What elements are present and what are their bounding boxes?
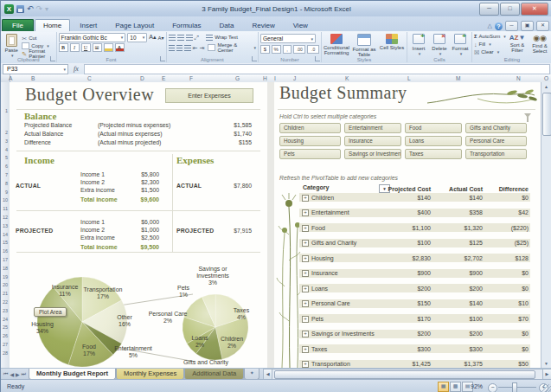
cut-button[interactable]: ✂Cut: [22, 35, 54, 42]
ribbon-tab[interactable]: File: [2, 19, 34, 31]
column-header[interactable]: F: [189, 74, 193, 82]
column-header[interactable]: C: [87, 74, 92, 82]
expand-icon[interactable]: +: [302, 270, 309, 277]
row-header[interactable]: 3: [5, 138, 8, 144]
workbook-close-icon[interactable]: ✕: [536, 21, 549, 31]
row-header[interactable]: 6: [5, 164, 8, 169]
currency-format-button[interactable]: $: [260, 45, 270, 54]
wrap-text-button[interactable]: Wrap Text: [206, 35, 238, 41]
slicer-button[interactable]: Housing: [279, 136, 341, 146]
cell-styles-button[interactable]: Cell Styles: [379, 33, 405, 57]
row-header[interactable]: 26: [3, 333, 8, 338]
normal-view-icon[interactable]: ▦: [438, 382, 449, 392]
row-header[interactable]: 12: [3, 215, 8, 220]
expand-icon[interactable]: +: [302, 225, 309, 232]
minimize-ribbon-icon[interactable]: △: [488, 22, 492, 29]
comma-format-button[interactable]: ,: [283, 45, 292, 54]
font-color-icon[interactable]: A: [115, 43, 125, 52]
ribbon-tab[interactable]: Page Layout: [106, 19, 163, 31]
row-header[interactable]: 19: [3, 274, 8, 280]
slicer-button[interactable]: Pets: [279, 149, 341, 159]
expand-icon[interactable]: +: [302, 331, 309, 337]
shrink-font-icon[interactable]: A▾: [158, 35, 164, 41]
undo-icon[interactable]: ↶: [27, 4, 34, 13]
font-size-select[interactable]: 10▾: [127, 33, 147, 42]
slicer-button[interactable]: Insurance: [344, 136, 401, 146]
row-header[interactable]: 23: [3, 308, 8, 313]
expand-icon[interactable]: +: [302, 209, 309, 216]
save-icon[interactable]: [16, 5, 24, 13]
find-select-button[interactable]: ◉◉ Find & Select: [529, 33, 550, 55]
insert-cells-button[interactable]: Insert▾: [409, 33, 428, 56]
row-header[interactable]: 2: [5, 130, 8, 135]
column-header[interactable]: M: [456, 74, 460, 82]
dialog-launcher-icon[interactable]: [252, 56, 257, 61]
row-header[interactable]: 9: [5, 190, 8, 195]
row-header[interactable]: 11: [3, 206, 8, 211]
align-bottom-icon[interactable]: [186, 35, 193, 41]
pivot-row[interactable]: + Gifts and Charity $100 $125 ($25): [299, 239, 530, 247]
workbook-minimize-icon[interactable]: ─: [505, 21, 518, 31]
resize-grip[interactable]: [542, 384, 551, 392]
pivot-row[interactable]: + Loans $200 $200 $0: [299, 284, 530, 292]
pivot-row[interactable]: + Entertainment $400 $358 $42: [299, 209, 530, 217]
qat-dropdown-icon[interactable]: ▾: [45, 5, 48, 13]
align-left-icon[interactable]: [169, 45, 175, 51]
help-icon[interactable]: ?: [495, 22, 503, 30]
expenses-pie-chart[interactable]: Transportation17%Other16%Entertainment5%…: [10, 254, 267, 368]
next-sheet-icon[interactable]: ▶: [16, 371, 20, 377]
column-header[interactable]: H: [263, 74, 267, 82]
row-header[interactable]: 8: [5, 181, 8, 186]
ribbon-tab[interactable]: Insert: [71, 19, 106, 31]
row-header[interactable]: 10: [3, 197, 8, 202]
italic-button[interactable]: I: [70, 43, 80, 52]
format-as-table-button[interactable]: Format as Table: [351, 33, 377, 57]
expand-icon[interactable]: +: [302, 316, 309, 323]
dialog-launcher-icon[interactable]: [315, 56, 320, 61]
slicer-button[interactable]: Personal Care: [465, 136, 527, 146]
row-header[interactable]: 5: [5, 155, 8, 160]
grow-font-icon[interactable]: A▴: [149, 34, 156, 41]
fx-icon[interactable]: fx: [74, 65, 79, 73]
vertical-scrollbar[interactable]: ▲ ▼: [541, 82, 551, 368]
expand-icon[interactable]: +: [302, 346, 309, 353]
slicer-button[interactable]: Taxes: [405, 149, 462, 159]
clear-filter-icon[interactable]: [524, 113, 531, 118]
pivot-row[interactable]: + Transportation $1,425 $1,375 $50: [299, 360, 530, 369]
minimize-button[interactable]: ─: [479, 3, 499, 16]
row-header[interactable]: 4: [5, 147, 8, 152]
sort-filter-button[interactable]: AZ▼ Sort & Filter: [507, 33, 528, 55]
expand-icon[interactable]: +: [302, 240, 309, 247]
column-header[interactable]: G: [235, 74, 240, 82]
column-header[interactable]: L: [407, 74, 411, 82]
row-header[interactable]: 24: [3, 317, 8, 322]
column-header[interactable]: A: [9, 74, 12, 82]
expand-icon[interactable]: +: [302, 361, 309, 368]
decrease-indent-icon[interactable]: ⇤: [193, 45, 198, 51]
pivot-row[interactable]: + Children $140 $140 $0: [299, 193, 530, 202]
ribbon-tab[interactable]: View: [285, 19, 317, 31]
column-header[interactable]: K: [345, 74, 349, 82]
orientation-icon[interactable]: ⤢: [195, 35, 200, 41]
bold-button[interactable]: B: [59, 43, 68, 52]
column-header[interactable]: O: [544, 74, 548, 82]
align-center-icon[interactable]: [176, 45, 183, 51]
ribbon-tab[interactable]: Data: [211, 19, 243, 31]
row-header[interactable]: 22: [3, 299, 8, 305]
fill-button[interactable]: ↓Fill▾: [474, 41, 505, 48]
decrease-decimal-icon[interactable]: .0: [307, 45, 319, 54]
prev-sheet-icon[interactable]: ◀: [10, 371, 14, 377]
row-header[interactable]: 25: [3, 325, 8, 330]
expand-icon[interactable]: +: [302, 255, 309, 262]
clear-button[interactable]: ☒Clear▾: [474, 48, 505, 55]
row-header[interactable]: 16: [3, 248, 8, 254]
slicer-button[interactable]: Gifts and Charity: [465, 123, 527, 133]
paste-button[interactable]: Paste ▾: [3, 33, 20, 58]
pivot-row[interactable]: + Food $1,100 $1,320 ($220): [299, 223, 530, 232]
percent-format-button[interactable]: %: [272, 45, 281, 54]
slicer-button[interactable]: Food: [405, 123, 462, 133]
align-right-icon[interactable]: [184, 45, 190, 51]
row-header[interactable]: 18: [3, 266, 8, 271]
pivot-row[interactable]: + Insurance $900 $900 $0: [299, 269, 530, 278]
font-name-select[interactable]: Franklin Gothic Bc▾: [59, 33, 126, 42]
